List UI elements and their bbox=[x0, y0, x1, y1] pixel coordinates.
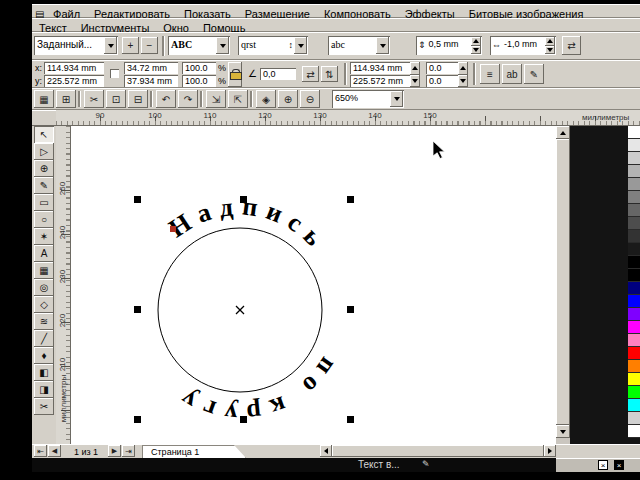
palette-swatch[interactable] bbox=[628, 334, 640, 347]
palette-swatch[interactable] bbox=[628, 230, 640, 243]
knife-tool-button[interactable]: ✂ bbox=[34, 398, 54, 415]
ellipse-tool-button[interactable]: ○ bbox=[34, 211, 54, 228]
palette-swatch[interactable] bbox=[628, 321, 640, 334]
palette-swatch[interactable] bbox=[628, 373, 640, 386]
delete-preset-button[interactable]: − bbox=[141, 37, 158, 54]
palette-swatch[interactable] bbox=[628, 243, 640, 256]
handle-mid-left[interactable] bbox=[134, 306, 141, 313]
spin-down-icon[interactable] bbox=[410, 75, 420, 88]
handle-bottom-right[interactable] bbox=[347, 416, 354, 423]
spiral-tool-button[interactable]: ◎ bbox=[34, 279, 54, 296]
offset-x-field[interactable]: 0.0 bbox=[426, 62, 458, 74]
mirror-horizontal-button[interactable]: ⇄ bbox=[302, 66, 319, 82]
dropdown-icon[interactable] bbox=[216, 37, 229, 54]
horizontal-offset-spinner[interactable]: ⇔ -1,0 mm bbox=[490, 36, 556, 55]
palette-swatch[interactable] bbox=[628, 412, 640, 425]
palette-swatch[interactable] bbox=[628, 308, 640, 321]
interactive-fill-tool-button[interactable]: ◨ bbox=[34, 381, 54, 398]
vertical-placement-combo[interactable]: qrst ↕ bbox=[238, 36, 308, 55]
pick-tool-button[interactable]: ↖ bbox=[34, 126, 54, 143]
palette-swatch[interactable] bbox=[628, 360, 640, 373]
text-tool-button[interactable]: A bbox=[34, 245, 54, 262]
scroll-down-button[interactable] bbox=[556, 425, 570, 438]
application-launcher-button[interactable]: ◈ bbox=[256, 90, 276, 108]
distance-from-path-spinner[interactable]: ⇕ 0,5 mm bbox=[416, 36, 482, 55]
freehand-tool-button[interactable]: ✎ bbox=[34, 177, 54, 194]
fill-tool-button[interactable]: ◧ bbox=[34, 364, 54, 381]
scroll-left-button[interactable] bbox=[320, 445, 332, 457]
path-text-top[interactable]: Надпись bbox=[164, 192, 334, 258]
export-button[interactable]: ⇱ bbox=[228, 90, 248, 108]
prev-page-button[interactable]: ◀ bbox=[48, 445, 61, 457]
palette-swatch[interactable] bbox=[628, 425, 640, 438]
scale-x-field[interactable]: 100.0 bbox=[182, 62, 216, 74]
last-page-button[interactable]: ⇥ bbox=[122, 445, 135, 457]
palette-swatch[interactable] bbox=[628, 269, 640, 282]
undo-button[interactable]: ↶ bbox=[156, 90, 176, 108]
palette-swatch[interactable] bbox=[628, 217, 640, 230]
add-preset-button[interactable]: + bbox=[122, 37, 139, 54]
palette-swatch[interactable] bbox=[628, 295, 640, 308]
palette-swatch[interactable] bbox=[628, 399, 640, 412]
dropdown-icon[interactable] bbox=[104, 37, 117, 54]
spinner-buttons[interactable] bbox=[471, 37, 481, 54]
scrollbar-thumb[interactable] bbox=[332, 445, 544, 457]
out line-tool-button[interactable]: ♦ bbox=[34, 347, 54, 364]
copy-button[interactable]: ⊡ bbox=[106, 90, 126, 108]
next-page-button[interactable]: ▶ bbox=[108, 445, 121, 457]
zoom-tool-button[interactable]: ⊕ bbox=[34, 160, 54, 177]
spin-down-icon[interactable] bbox=[458, 75, 468, 88]
vertical-scrollbar[interactable] bbox=[556, 126, 570, 444]
object-width-field[interactable]: 34.72 mm bbox=[124, 62, 178, 74]
palette-swatch[interactable] bbox=[628, 347, 640, 360]
palette-swatch[interactable] bbox=[628, 178, 640, 191]
palette-swatch[interactable] bbox=[628, 282, 640, 295]
snap-to-guidelines-button[interactable]: ⊞ bbox=[56, 90, 76, 108]
horizontal-scrollbar[interactable] bbox=[320, 445, 556, 457]
palette-swatch[interactable] bbox=[628, 204, 640, 217]
palette-swatch[interactable] bbox=[628, 191, 640, 204]
scroll-right-button[interactable] bbox=[544, 445, 556, 457]
spin-down-icon[interactable] bbox=[471, 46, 481, 55]
nonproportional-checkbox[interactable] bbox=[110, 69, 119, 78]
redo-button[interactable]: ↷ bbox=[178, 90, 198, 108]
rotation-angle-field[interactable]: 0,0 bbox=[260, 68, 296, 80]
place-on-other-side-button[interactable]: ⇄ bbox=[562, 36, 581, 55]
spin-up-icon[interactable] bbox=[471, 37, 481, 46]
zoom-level-combo[interactable]: 650% bbox=[332, 90, 404, 108]
position-y-field[interactable]: 225.572 mm bbox=[44, 75, 104, 87]
text-start-node[interactable] bbox=[170, 226, 176, 232]
spin-up-icon[interactable] bbox=[545, 37, 555, 46]
handle-top-right[interactable] bbox=[347, 196, 354, 203]
cut-button[interactable]: ✂ bbox=[84, 90, 104, 108]
interactive-blend-tool-button[interactable]: ≋ bbox=[34, 313, 54, 330]
handle-bottom-left[interactable] bbox=[134, 416, 141, 423]
spinner-buttons[interactable] bbox=[410, 62, 420, 87]
page-tab[interactable]: Страница 1 bbox=[142, 445, 246, 458]
handle-bottom-center[interactable] bbox=[240, 416, 247, 423]
mirror-vertical-button[interactable]: ⇅ bbox=[321, 66, 338, 82]
palette-swatch[interactable] bbox=[628, 386, 640, 399]
lock-ratio-button[interactable] bbox=[228, 62, 242, 87]
format-text-button[interactable]: ≡ bbox=[480, 64, 500, 84]
position-x-field[interactable]: 114.934 mm bbox=[44, 62, 104, 74]
basic-shapes-tool-button[interactable]: ◇ bbox=[34, 296, 54, 313]
object-height-field[interactable]: 37.934 mm bbox=[124, 75, 178, 87]
scrollbar-thumb[interactable] bbox=[556, 139, 570, 425]
spinner-buttons[interactable] bbox=[458, 62, 468, 87]
offset-y-field[interactable]: 0.0 bbox=[426, 75, 458, 87]
dropdown-icon[interactable] bbox=[390, 91, 403, 107]
drawing-canvas[interactable]: Надпись по кругу bbox=[71, 126, 556, 444]
dropdown-icon[interactable] bbox=[294, 37, 307, 54]
paste-button[interactable]: ⊟ bbox=[128, 90, 148, 108]
preset-combo[interactable]: Заданный... bbox=[34, 36, 118, 55]
palette-swatch[interactable] bbox=[628, 165, 640, 178]
canvas-area[interactable]: Надпись по кругу bbox=[71, 126, 556, 444]
snap-to-grid-button[interactable]: ▦ bbox=[34, 90, 54, 108]
convert-to-curves-button[interactable]: ✎ bbox=[524, 64, 544, 84]
graph-paper-tool-button[interactable]: ▦ bbox=[34, 262, 54, 279]
handle-mid-right[interactable] bbox=[347, 306, 354, 313]
palette-swatch[interactable] bbox=[628, 139, 640, 152]
spin-up-icon[interactable] bbox=[410, 62, 420, 75]
path-position-x-field[interactable]: 114.934 mm bbox=[350, 62, 410, 74]
